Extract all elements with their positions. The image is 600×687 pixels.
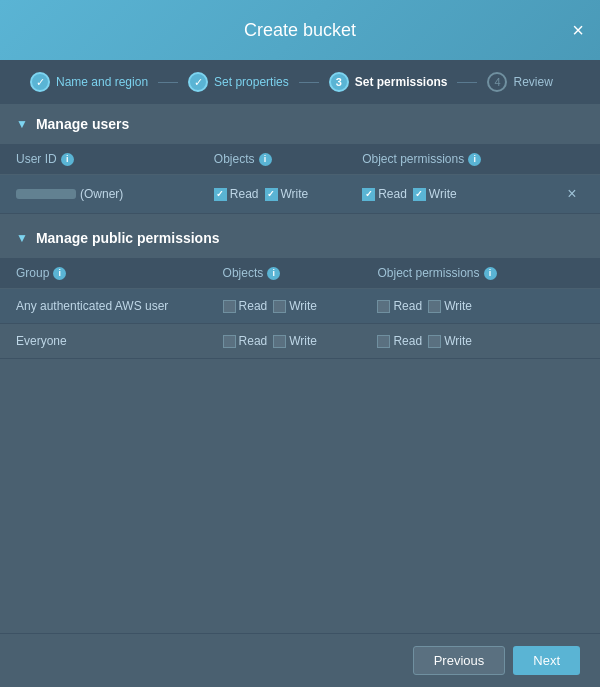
manage-users-title: Manage users [36,116,129,132]
step4-label: Review [513,75,552,89]
pub-everyone-objperms-write-cb[interactable] [428,335,441,348]
pub-everyone-objects-write-cb[interactable] [273,335,286,348]
pub-everyone-objperms-write-label[interactable]: Write [428,334,472,348]
modal-footer: Previous Next [0,633,600,687]
manage-public-header[interactable]: ▼ Manage public permissions [0,218,600,258]
step2-check-icon: ✓ [188,72,208,92]
step-set-properties[interactable]: ✓ Set properties [178,72,299,92]
pub-everyone-objperms-read-cb[interactable] [377,335,390,348]
pub-everyone-objperms-cell: Read Write [377,334,584,348]
pub-aws-objperms-write-label[interactable]: Write [428,299,472,313]
objperms-read-checkbox[interactable] [362,188,375,201]
step1-check-icon: ✓ [30,72,50,92]
public-row-aws: Any authenticated AWS user Read Write [0,289,600,324]
manage-public-title: Manage public permissions [36,230,220,246]
user-row: (Owner) Read Write [0,175,600,214]
manage-public-section: ▼ Manage public permissions Group i Obje… [0,218,600,359]
owner-suffix: (Owner) [80,187,123,201]
step4-number-icon: 4 [487,72,507,92]
col-header-pub-objects: Objects i [223,266,378,280]
step3-label: Set permissions [355,75,448,89]
close-button[interactable]: × [572,20,584,40]
group-info-icon[interactable]: i [53,267,66,280]
objects-info-icon[interactable]: i [259,153,272,166]
manage-users-chevron-icon: ▼ [16,117,28,131]
step3-number-icon: 3 [329,72,349,92]
modal-body: ▼ Manage users User ID i Objects i Objec… [0,104,600,633]
col-header-objects: Objects i [214,152,362,166]
step-divider-3 [457,82,477,83]
pub-objperms-info-icon[interactable]: i [484,267,497,280]
col-header-group: Group i [16,266,223,280]
objects-read-label[interactable]: Read [214,187,259,201]
modal-title: Create bucket [244,20,356,41]
step-set-permissions[interactable]: 3 Set permissions [319,72,458,92]
pub-everyone-objects-read-cb[interactable] [223,335,236,348]
manage-public-content: Group i Objects i Object permissions i A… [0,258,600,359]
objects-cell: Read Write [214,187,362,201]
col-header-objperms: Object permissions i [362,152,560,166]
group-aws: Any authenticated AWS user [16,299,223,313]
user-id-blurred [16,189,76,199]
pub-aws-objperms-read-cb[interactable] [377,300,390,313]
step-divider-1 [158,82,178,83]
step-name-region[interactable]: ✓ Name and region [20,72,158,92]
objects-read-checkbox[interactable] [214,188,227,201]
pub-aws-objperms-read-label[interactable]: Read [377,299,422,313]
step-divider-2 [299,82,319,83]
group-everyone: Everyone [16,334,223,348]
objperms-read-label[interactable]: Read [362,187,407,201]
userid-info-icon[interactable]: i [61,153,74,166]
pub-everyone-objects-write-label[interactable]: Write [273,334,317,348]
objperms-write-label[interactable]: Write [413,187,457,201]
col-header-pub-objperms: Object permissions i [377,266,584,280]
col-header-action [560,152,584,166]
user-id-cell: (Owner) [16,187,214,201]
pub-everyone-objperms-read-label[interactable]: Read [377,334,422,348]
public-row-everyone: Everyone Read Write [0,324,600,359]
manage-public-chevron-icon: ▼ [16,231,28,245]
pub-aws-objects-cell: Read Write [223,299,378,313]
pub-everyone-objects-cell: Read Write [223,334,378,348]
manage-users-section: ▼ Manage users User ID i Objects i Objec… [0,104,600,214]
objects-write-checkbox[interactable] [265,188,278,201]
pub-aws-objects-write-cb[interactable] [273,300,286,313]
objects-write-label[interactable]: Write [265,187,309,201]
pub-aws-objects-write-label[interactable]: Write [273,299,317,313]
step1-label: Name and region [56,75,148,89]
step-review[interactable]: 4 Review [477,72,562,92]
user-row-delete[interactable]: × [560,185,584,203]
public-table-header: Group i Objects i Object permissions i [0,258,600,289]
objperms-cell: Read Write [362,187,560,201]
manage-users-content: User ID i Objects i Object permissions i [0,144,600,214]
body-spacer [0,359,600,539]
objperms-info-icon[interactable]: i [468,153,481,166]
next-button[interactable]: Next [513,646,580,675]
col-header-userid: User ID i [16,152,214,166]
objperms-write-checkbox[interactable] [413,188,426,201]
users-table-header: User ID i Objects i Object permissions i [0,144,600,175]
pub-aws-objperms-write-cb[interactable] [428,300,441,313]
pub-objects-info-icon[interactable]: i [267,267,280,280]
pub-everyone-objects-read-label[interactable]: Read [223,334,268,348]
wizard-steps: ✓ Name and region ✓ Set properties 3 Set… [0,60,600,104]
modal: Create bucket × ✓ Name and region ✓ Set … [0,0,600,687]
manage-users-header[interactable]: ▼ Manage users [0,104,600,144]
pub-aws-objects-read-label[interactable]: Read [223,299,268,313]
pub-aws-objects-read-cb[interactable] [223,300,236,313]
modal-header: Create bucket × [0,0,600,60]
pub-aws-objperms-cell: Read Write [377,299,584,313]
previous-button[interactable]: Previous [413,646,506,675]
step2-label: Set properties [214,75,289,89]
